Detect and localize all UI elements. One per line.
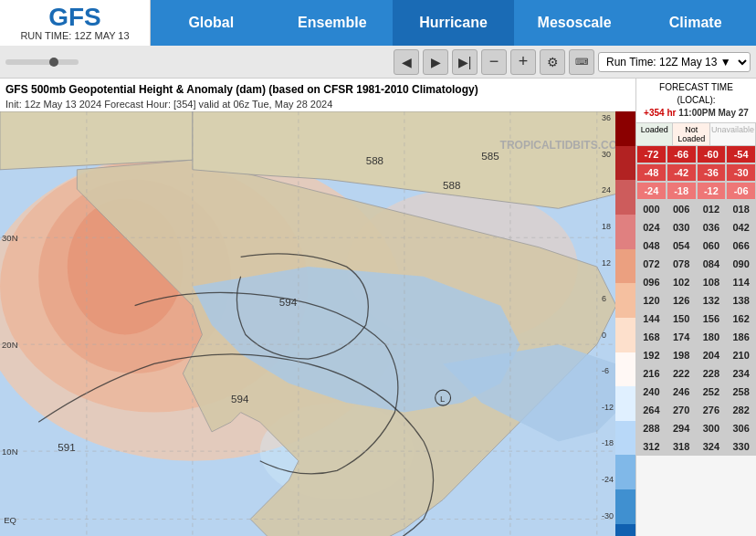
svg-text:10N: 10N	[2, 447, 18, 457]
tab-hurricane[interactable]: Hurricane	[393, 0, 514, 46]
tab-mesoscale[interactable]: Mesoscale	[514, 0, 635, 46]
time-cell[interactable]: 324	[697, 437, 727, 456]
run-time-selector[interactable]: Run Time: 12Z May 13 ▼	[598, 52, 751, 72]
map-title-line1: GFS 500mb Geopotential Height & Anomaly …	[5, 82, 630, 98]
time-cell[interactable]: -18	[667, 182, 697, 200]
time-cell[interactable]: 036	[697, 218, 727, 236]
time-cell[interactable]: 258	[726, 383, 756, 401]
time-cell[interactable]: 294	[667, 419, 697, 437]
minus-button[interactable]: −	[481, 49, 507, 75]
time-cell[interactable]: -66	[667, 145, 697, 163]
keyboard-button[interactable]: ⌨	[569, 49, 594, 75]
time-cell[interactable]: 066	[726, 236, 756, 255]
time-cell[interactable]: 192	[636, 346, 667, 364]
time-row: 000006012018	[636, 200, 756, 218]
time-cell[interactable]: 222	[667, 364, 697, 383]
time-cell[interactable]: 186	[726, 328, 756, 346]
time-cell[interactable]: 084	[697, 255, 727, 273]
time-cell[interactable]: 204	[697, 346, 727, 364]
time-cell[interactable]: 264	[636, 401, 667, 419]
time-cell[interactable]: -24	[636, 182, 667, 200]
time-cell[interactable]: -36	[697, 163, 727, 182]
time-cell[interactable]: 144	[636, 310, 667, 328]
time-cell[interactable]: 012	[697, 200, 727, 218]
time-row: -48-42-36-30	[636, 163, 756, 182]
time-cell[interactable]: 210	[726, 346, 756, 364]
time-cell[interactable]: 138	[726, 291, 756, 310]
tab-global[interactable]: Global	[151, 0, 272, 46]
time-cell[interactable]: -06	[726, 182, 756, 200]
time-cell[interactable]: -72	[636, 145, 667, 163]
time-cell[interactable]: 282	[726, 401, 756, 419]
time-cell[interactable]: 048	[636, 236, 667, 255]
time-cell[interactable]: 042	[726, 218, 756, 236]
time-cell[interactable]: -60	[697, 145, 727, 163]
svg-text:588: 588	[366, 155, 383, 167]
toolbar: ◀ ▶ ▶| − + ⚙ ⌨ Run Time: 12Z May 13 ▼	[0, 46, 756, 79]
not-loaded-label: Not Loaded	[673, 123, 709, 145]
time-cell[interactable]: 240	[636, 383, 667, 401]
time-row: 240246252258	[636, 383, 756, 401]
time-cell[interactable]: 090	[726, 255, 756, 273]
time-cell[interactable]: 156	[697, 310, 727, 328]
time-row: 024030036042	[636, 218, 756, 236]
map-title: GFS 500mb Geopotential Height & Anomaly …	[0, 79, 635, 111]
time-cell[interactable]: 024	[636, 218, 667, 236]
time-cell[interactable]: 132	[697, 291, 727, 310]
time-cell[interactable]: 150	[667, 310, 697, 328]
time-cell[interactable]: 288	[636, 419, 667, 437]
time-cell[interactable]: 300	[697, 419, 727, 437]
time-cell[interactable]: 330	[726, 437, 756, 456]
time-cell[interactable]: 174	[667, 328, 697, 346]
progress-section	[5, 59, 390, 65]
time-cell[interactable]: 072	[636, 255, 667, 273]
next-frame-button[interactable]: ▶|	[452, 49, 478, 75]
time-cell[interactable]: 108	[697, 273, 727, 291]
prev-frame-button[interactable]: ◀	[394, 49, 419, 75]
time-cell[interactable]: 078	[667, 255, 697, 273]
tab-ensemble[interactable]: Ensemble	[272, 0, 394, 46]
map-container[interactable]: TROPICALTIDBITS.COM	[0, 111, 635, 536]
loaded-label: Loaded	[636, 123, 673, 145]
plus-button[interactable]: +	[510, 49, 536, 75]
time-cell[interactable]: 246	[667, 383, 697, 401]
time-cell[interactable]: 216	[636, 364, 667, 383]
time-cell[interactable]: -54	[726, 145, 756, 163]
svg-text:594: 594	[279, 296, 298, 308]
time-cell[interactable]: 198	[667, 346, 697, 364]
time-cell[interactable]: 000	[636, 200, 667, 218]
time-cell[interactable]: 168	[636, 328, 667, 346]
time-cell[interactable]: -30	[726, 163, 756, 182]
time-cell[interactable]: 228	[697, 364, 727, 383]
time-cell[interactable]: 312	[636, 437, 667, 456]
time-cell[interactable]: -12	[697, 182, 727, 200]
time-cell[interactable]: 180	[697, 328, 727, 346]
settings-button[interactable]: ⚙	[540, 49, 565, 75]
time-cell[interactable]: -42	[667, 163, 697, 182]
progress-bar[interactable]	[5, 59, 79, 65]
time-cell[interactable]: 318	[667, 437, 697, 456]
time-cell[interactable]: 306	[726, 419, 756, 437]
time-cell[interactable]: 102	[667, 273, 697, 291]
time-cell[interactable]: 006	[667, 200, 697, 218]
time-cell[interactable]: 114	[726, 273, 756, 291]
time-cell[interactable]: 054	[667, 236, 697, 255]
play-button[interactable]: ▶	[423, 49, 448, 75]
tab-climate[interactable]: Climate	[635, 0, 756, 46]
time-cell[interactable]: 096	[636, 273, 667, 291]
time-cell[interactable]: 270	[667, 401, 697, 419]
time-row: 288294300306	[636, 419, 756, 437]
time-cell[interactable]: 018	[726, 200, 756, 218]
time-cell[interactable]: -48	[636, 163, 667, 182]
time-cell[interactable]: 120	[636, 291, 667, 310]
time-cell[interactable]: 060	[697, 236, 727, 255]
time-cell[interactable]: 126	[667, 291, 697, 310]
time-cell[interactable]: 162	[726, 310, 756, 328]
time-cell[interactable]: 276	[697, 401, 727, 419]
time-cell[interactable]: 030	[667, 218, 697, 236]
map-svg: 591 594 594 588 588 585 L	[0, 111, 635, 536]
time-cell[interactable]: 234	[726, 364, 756, 383]
time-row: 120126132138	[636, 291, 756, 310]
nav-tabs: Global Ensemble Hurricane Mesoscale Clim…	[151, 0, 756, 46]
time-cell[interactable]: 252	[697, 383, 727, 401]
